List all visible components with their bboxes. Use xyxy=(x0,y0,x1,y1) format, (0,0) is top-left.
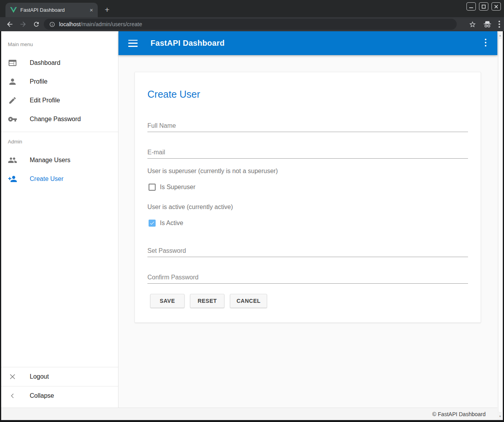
sidebar-item-label: Change Password xyxy=(30,116,81,123)
sidebar-item-edit-profile[interactable]: Edit Profile xyxy=(1,91,118,110)
sidebar-item-collapse[interactable]: Collapse xyxy=(1,386,118,405)
vue-favicon-icon xyxy=(10,7,17,13)
people-icon xyxy=(8,156,17,165)
key-icon xyxy=(8,114,17,124)
scrollbar-thumb[interactable] xyxy=(498,38,502,413)
browser-toolbar: localhost/main/admin/users/create xyxy=(0,17,504,31)
app-menu-icon[interactable] xyxy=(485,39,486,46)
footer: © FastAPI Dashboard xyxy=(1,408,497,420)
create-user-card: Create User User is superuser (currently… xyxy=(135,72,481,323)
app-bar: FastAPI Dashboard xyxy=(118,31,497,55)
sidebar-section-admin: Admin xyxy=(8,139,118,145)
page-scrollbar[interactable]: ▲ ▼ xyxy=(497,31,503,420)
bookmark-star-icon[interactable] xyxy=(469,21,476,28)
sidebar-item-dashboard[interactable]: Dashboard xyxy=(1,54,118,72)
sidebar-item-label: Profile xyxy=(30,78,47,85)
window-close-button[interactable] xyxy=(491,2,501,11)
sidebar-item-label: Manage Users xyxy=(30,157,70,164)
app-title: FastAPI Dashboard xyxy=(151,39,225,48)
browser-window: FastAPI Dashboard × + local xyxy=(0,0,504,422)
url-path: /main/admin/users/create xyxy=(81,21,142,27)
url-host: localhost xyxy=(59,21,81,27)
sidebar-item-manage-users[interactable]: Manage Users xyxy=(1,151,118,170)
sidebar-item-logout[interactable]: Logout xyxy=(1,367,118,386)
sidebar-section-main-menu: Main menu xyxy=(8,41,118,48)
checkbox-label[interactable]: Is Active xyxy=(160,220,183,227)
is-active-checkbox-row[interactable]: Is Active xyxy=(149,220,183,227)
chevron-left-icon xyxy=(8,391,17,401)
sidebar-divider xyxy=(1,132,118,132)
set-password-input[interactable] xyxy=(147,245,468,257)
window-minimize-button[interactable] xyxy=(466,2,476,11)
page-content: Main menu Dashboard Profile xyxy=(1,31,503,420)
new-tab-button[interactable]: + xyxy=(102,5,112,14)
address-bar[interactable]: localhost/main/admin/users/create xyxy=(44,19,457,30)
url-text: localhost/main/admin/users/create xyxy=(59,21,142,27)
scroll-up-icon[interactable]: ▲ xyxy=(497,32,503,38)
sidebar-item-label: Create User xyxy=(30,175,63,182)
sidebar-item-label: Collapse xyxy=(30,392,54,399)
tab-close-icon[interactable]: × xyxy=(89,7,94,13)
confirm-password-input[interactable] xyxy=(147,271,468,284)
tab-title: FastAPI Dashboard xyxy=(20,7,89,13)
browser-titlebar: FastAPI Dashboard × + xyxy=(0,0,504,17)
reset-button[interactable]: RESET xyxy=(190,294,224,308)
window-maximize-button[interactable] xyxy=(479,2,488,11)
page-info-icon[interactable] xyxy=(49,21,55,27)
reload-button[interactable] xyxy=(30,21,43,28)
person-icon xyxy=(8,77,17,86)
incognito-icon xyxy=(483,21,491,28)
active-hint: User is active (currently active) xyxy=(147,204,233,211)
browser-menu-icon[interactable] xyxy=(499,21,500,28)
superuser-hint: User is superuser (currently is not a su… xyxy=(147,168,278,175)
checkbox-checked-icon[interactable] xyxy=(149,220,156,227)
browser-tab[interactable]: FastAPI Dashboard × xyxy=(5,3,98,17)
checkbox-label[interactable]: Is Superuser xyxy=(160,184,196,191)
dashboard-icon xyxy=(8,58,17,68)
checkbox-unchecked-icon[interactable] xyxy=(149,184,156,191)
sidebar-item-label: Logout xyxy=(30,373,49,380)
forward-button[interactable] xyxy=(16,20,30,28)
sidebar-item-change-password[interactable]: Change Password xyxy=(1,110,118,129)
sidebar-item-create-user[interactable]: Create User xyxy=(1,170,118,188)
sidebar-item-profile[interactable]: Profile xyxy=(1,72,118,91)
sidebar-item-label: Edit Profile xyxy=(30,97,60,104)
back-button[interactable] xyxy=(3,20,16,28)
person-add-icon xyxy=(8,174,17,184)
hamburger-menu-icon[interactable] xyxy=(128,40,138,47)
cancel-button[interactable]: CANCEL xyxy=(230,294,267,308)
scroll-down-icon[interactable]: ▼ xyxy=(497,413,503,419)
full-name-input[interactable] xyxy=(147,120,468,132)
save-button[interactable]: SAVE xyxy=(150,294,185,308)
page-title: Create User xyxy=(147,89,200,100)
email-input[interactable] xyxy=(147,146,468,159)
is-superuser-checkbox-row[interactable]: Is Superuser xyxy=(149,184,196,191)
pencil-icon xyxy=(8,96,17,105)
footer-copyright: © FastAPI Dashboard xyxy=(432,411,486,417)
close-x-icon xyxy=(8,372,17,381)
sidebar-item-label: Dashboard xyxy=(30,59,60,66)
sidebar: Main menu Dashboard Profile xyxy=(1,31,118,408)
